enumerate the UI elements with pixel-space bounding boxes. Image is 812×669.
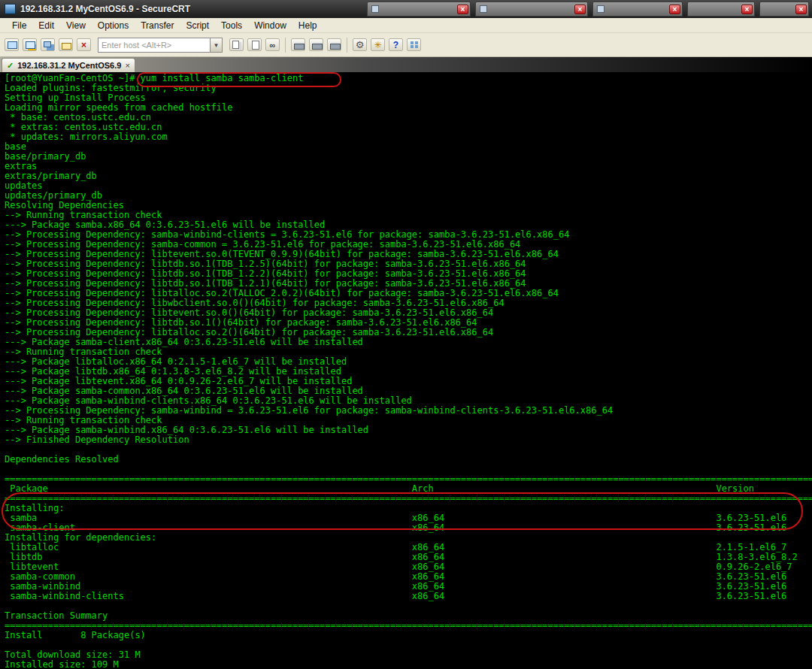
close-icon[interactable]: × [741, 5, 753, 14]
chevron-down-icon[interactable]: ▾ [211, 38, 223, 53]
options-gear-icon[interactable]: ⚙ [353, 38, 367, 51]
session-manager-icon[interactable] [59, 38, 73, 51]
tile-windows-icon[interactable] [407, 38, 421, 51]
terminal-output: [root@YuanFan-CentOS ~]# yum install sam… [0, 72, 812, 669]
paste-icon[interactable] [247, 38, 262, 51]
close-icon[interactable]: × [795, 5, 807, 14]
terminal-screen[interactable]: [root@YuanFan-CentOS ~]# yum install sam… [0, 72, 812, 669]
session-tab-label: 192.168.31.2 MyCentOS6.9 [17, 61, 121, 70]
securecrt-window: 192.168.31.2 MyCentOS6.9 - SecureCRT × ×… [0, 0, 812, 669]
tab-close-icon[interactable]: × [125, 62, 129, 69]
background-window-icon [480, 5, 487, 13]
menu-file[interactable]: File [6, 19, 32, 32]
menubar: File Edit View Options Transfer Script T… [0, 18, 812, 33]
securecrt-app-icon [5, 4, 16, 14]
menu-window[interactable]: Window [248, 19, 292, 32]
copy-icon[interactable] [229, 38, 244, 51]
help-icon[interactable]: ? [389, 38, 403, 51]
disconnect-icon[interactable]: × [77, 38, 91, 51]
toolbar: × ▾ ∞ ⚙ ✳ ? [0, 33, 812, 57]
window-title: 192.168.31.2 MyCentOS6.9 - SecureCRT [20, 4, 190, 14]
close-icon[interactable]: × [457, 5, 468, 14]
background-window-fragment[interactable]: × [475, 2, 588, 17]
background-window-fragment[interactable]: × [687, 2, 755, 17]
background-window-icon [597, 5, 604, 13]
close-icon[interactable]: × [669, 5, 680, 14]
connect-icon[interactable] [5, 38, 19, 51]
menu-edit[interactable]: Edit [32, 19, 60, 32]
titlebar[interactable]: 192.168.31.2 MyCentOS6.9 - SecureCRT × ×… [0, 0, 812, 18]
host-combobox: ▾ [98, 38, 223, 53]
background-window-icon [371, 5, 379, 13]
host-input[interactable] [98, 38, 211, 53]
menu-options[interactable]: Options [92, 19, 135, 32]
page-setup-icon[interactable] [327, 38, 341, 51]
background-window-fragment[interactable]: × [592, 2, 683, 17]
session-tab-bar: ✓ 192.168.31.2 MyCentOS6.9 × [0, 57, 812, 72]
find-icon[interactable]: ∞ [265, 38, 280, 51]
clear-screen-icon[interactable]: ✳ [371, 38, 385, 51]
background-window-fragment[interactable]: × [759, 2, 809, 17]
connect-in-tab-icon[interactable] [41, 38, 55, 51]
toolbar-separator [285, 38, 286, 53]
print-preview-icon[interactable] [309, 38, 323, 51]
close-icon[interactable]: × [574, 5, 586, 14]
menu-script[interactable]: Script [180, 19, 215, 32]
quick-connect-icon[interactable] [23, 38, 37, 51]
connected-check-icon: ✓ [7, 61, 14, 71]
menu-view[interactable]: View [60, 19, 92, 32]
menu-tools[interactable]: Tools [215, 19, 248, 32]
background-window-fragment[interactable]: × [367, 2, 471, 17]
print-icon[interactable] [291, 38, 305, 51]
session-tab[interactable]: ✓ 192.168.31.2 MyCentOS6.9 × [2, 58, 135, 72]
toolbar-separator [347, 38, 347, 53]
menu-help[interactable]: Help [292, 19, 323, 32]
menu-transfer[interactable]: Transfer [135, 19, 180, 32]
